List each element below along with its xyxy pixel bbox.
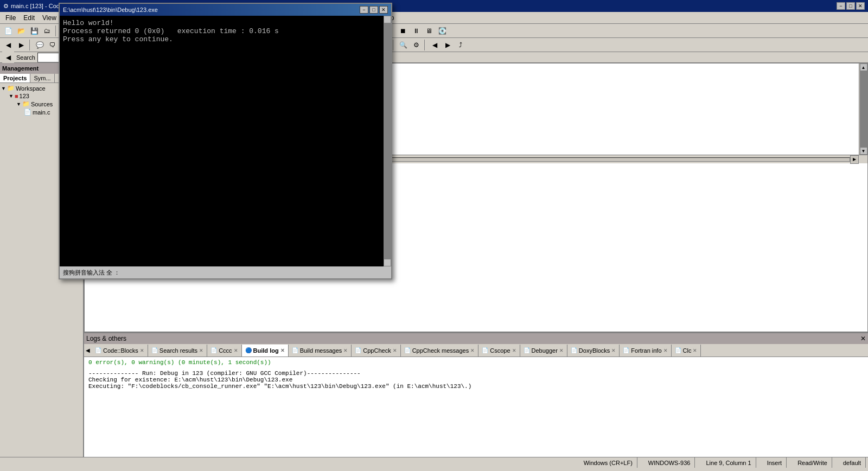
tab-close-codeblocks[interactable]: ✕ (140, 348, 144, 353)
tab-icon-clc: 📄 (675, 347, 681, 353)
sep9 (393, 40, 395, 50)
terminal-line1: Hello world! (63, 19, 388, 27)
sep10 (424, 40, 426, 50)
restore-button[interactable]: □ (846, 2, 855, 10)
bottom-tab-codeblocks[interactable]: 📄Code::Blocks✕ (92, 345, 148, 357)
menu-item-file[interactable]: File (2, 13, 19, 23)
build-log-line3: Checking for existence: E:\acm\hust\123\… (88, 377, 864, 383)
save-all-button[interactable]: 🗂 (41, 25, 53, 37)
menu-item-view[interactable]: View (39, 13, 60, 23)
tab-close-cppcheck-messages[interactable]: ✕ (470, 348, 475, 353)
tab-icon-build-log: 🔵 (245, 347, 252, 353)
bottom-header-label: Logs & others (86, 335, 126, 342)
find-doc[interactable]: 🔍 (397, 39, 409, 51)
bottom-tab-cscope[interactable]: 📄Cscope✕ (478, 345, 520, 357)
prev-jump[interactable]: ◀ (2, 39, 14, 51)
tab-close-doxyblocks[interactable]: ✕ (611, 348, 616, 353)
scroll-track[interactable] (860, 71, 867, 147)
tab-icon-search-results: 📄 (151, 347, 158, 353)
uncomment[interactable]: 🗨 (47, 39, 59, 51)
status-bar: Windows (CR+LF) WINDOWS-936 Line 9, Colu… (0, 457, 868, 468)
fwd-button[interactable]: ▶ (442, 39, 454, 51)
comment[interactable]: 💬 (34, 39, 46, 51)
status-default: default (839, 457, 866, 468)
management-label: Management (2, 65, 39, 72)
bottom-header: Logs & others ✕ (84, 333, 868, 344)
bottom-tabs-bar: ◀ 📄Code::Blocks✕📄Search results✕📄Cccc✕🔵B… (84, 344, 868, 357)
tab-close-cppcheck[interactable]: ✕ (393, 348, 397, 353)
terminal-close[interactable]: ✕ (379, 6, 388, 14)
tab-close-fortran-info[interactable]: ✕ (663, 348, 668, 353)
close-button[interactable]: ✕ (856, 2, 865, 10)
sep7 (29, 40, 31, 50)
status-cursor: Line 9, Column 1 (701, 457, 756, 468)
terminal-minimize[interactable]: − (360, 6, 368, 14)
tab-label-build-messages: Build messages (300, 347, 342, 354)
terminal-scrollbar[interactable]: ▲ ▼ (384, 16, 391, 266)
scroll-up[interactable]: ▲ (860, 63, 867, 71)
bottom-tab-cppcheck[interactable]: 📄CppCheck✕ (352, 345, 400, 357)
tab-icon-cppcheck: 📄 (355, 347, 361, 353)
terminal-scroll-up[interactable]: ▲ (384, 16, 391, 23)
bottom-tab-cppcheck-messages[interactable]: 📄CppCheck messages✕ (401, 345, 479, 357)
tab-close-debugger[interactable]: ✕ (559, 348, 564, 353)
tab-symbols[interactable]: Sym... (30, 74, 54, 82)
tab-label-clc: Clc (683, 347, 692, 354)
bottom-tab-fortran-info[interactable]: 📄Fortran info✕ (620, 345, 671, 357)
tab-close-search-results[interactable]: ✕ (199, 348, 203, 353)
tab-close-clc[interactable]: ✕ (693, 348, 697, 353)
mem-view[interactable]: 💽 (436, 25, 448, 37)
window-controls: − □ ✕ (837, 2, 865, 10)
cpu-reg[interactable]: 🖥 (423, 25, 435, 37)
status-encoding: WINDOWS-936 (644, 457, 695, 468)
terminal-scroll-track[interactable] (384, 23, 391, 259)
tab-label-cppcheck-messages: CppCheck messages (412, 347, 469, 354)
stop-debug[interactable]: ⏹ (397, 25, 409, 37)
editor-vscroll[interactable]: ▲ ▼ (859, 63, 867, 155)
scroll-right[interactable]: ▶ (850, 155, 859, 164)
bottom-tab-clc[interactable]: 📄Clc✕ (672, 345, 701, 357)
bottom-tab-search-results[interactable]: 📄Search results✕ (148, 345, 207, 357)
tab-projects[interactable]: Projects (0, 74, 30, 82)
tab-close-cccc[interactable]: ✕ (234, 348, 238, 353)
status-mode: Insert (763, 457, 787, 468)
new-button[interactable]: 📄 (2, 25, 14, 37)
menu-item-edit[interactable]: Edit (20, 13, 38, 23)
build-log-line1: 0 error(s), 0 warning(s) (0 minute(s), 1… (88, 359, 864, 366)
ime-indicator: 搜狗拼音输入法 全 ： (63, 269, 120, 277)
back-button[interactable]: ◀ (429, 39, 441, 51)
terminal-scroll-down[interactable]: ▼ (384, 259, 391, 266)
bottom-tab-debugger[interactable]: 📄Debugger✕ (520, 345, 567, 357)
bottom-tab-cccc[interactable]: 📄Cccc✕ (207, 345, 241, 357)
tab-label-debugger: Debugger (532, 347, 558, 354)
tab-close-cscope[interactable]: ✕ (512, 348, 516, 353)
status-line-end: Windows (CR+LF) (579, 457, 637, 468)
bottom-tab-prev[interactable]: ◀ (84, 345, 92, 357)
terminal-restore[interactable]: □ (369, 6, 378, 14)
terminal-controls: − □ ✕ (360, 6, 388, 14)
minimize-button[interactable]: − (837, 2, 845, 10)
open-button[interactable]: 📂 (15, 25, 27, 37)
jump-button[interactable]: ⤴ (455, 39, 467, 51)
build-log-line2: -------------- Run: Debug in 123 (compil… (88, 370, 864, 377)
build-log-line4: Executing: "F:\codeblocks/cb_console_run… (88, 383, 864, 390)
terminal-titlebar: E:\acm\hust\123\bin\Debug\123.exe − □ ✕ (60, 4, 391, 16)
bottom-close-btn[interactable]: ✕ (860, 335, 866, 342)
save-button[interactable]: 💾 (28, 25, 40, 37)
tab-close-build-log[interactable]: ✕ (280, 348, 285, 353)
terminal-title: E:\acm\hust\123\bin\Debug\123.exe (63, 7, 158, 13)
settings2[interactable]: ⚙ (410, 39, 422, 51)
bottom-panel: Logs & others ✕ ◀ 📄Code::Blocks✕📄Search … (84, 332, 868, 457)
bottom-tab-doxyblocks[interactable]: 📄DoxyBlocks✕ (567, 345, 620, 357)
tab-icon-cscope: 📄 (482, 347, 488, 353)
search-label: Search (16, 54, 35, 61)
pause-debug[interactable]: ⏸ (410, 25, 422, 37)
scroll-down[interactable]: ▼ (860, 147, 867, 155)
bottom-tab-build-log[interactable]: 🔵Build log✕ (242, 345, 289, 357)
tab-close-build-messages[interactable]: ✕ (343, 348, 348, 353)
tab-label-cscope: Cscope (490, 347, 510, 354)
search-nav-prev[interactable]: ◀ (2, 52, 14, 63)
next-jump[interactable]: ▶ (15, 39, 27, 51)
bottom-tab-build-messages[interactable]: 📄Build messages✕ (289, 345, 352, 357)
app-icon: ⚙ (3, 3, 9, 10)
